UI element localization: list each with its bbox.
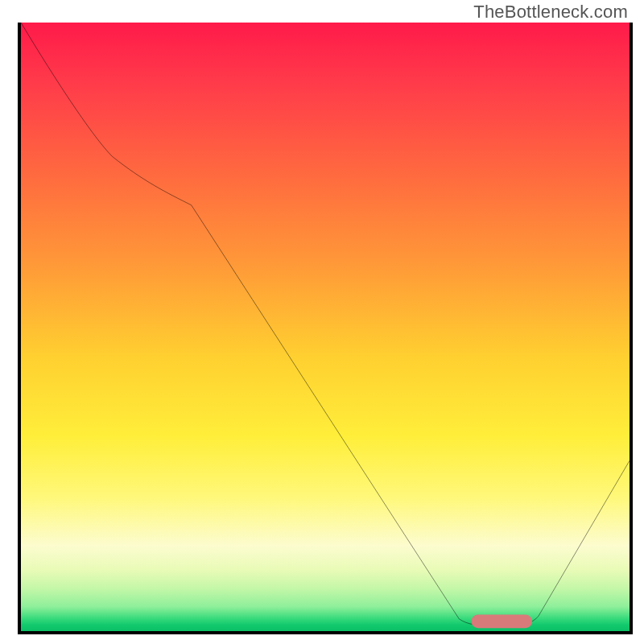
watermark-text: TheBottleneck.com	[473, 2, 628, 23]
curve-line	[21, 23, 630, 625]
plot-area	[18, 23, 633, 634]
trough-marker	[471, 615, 532, 629]
chart-svg	[21, 23, 630, 631]
